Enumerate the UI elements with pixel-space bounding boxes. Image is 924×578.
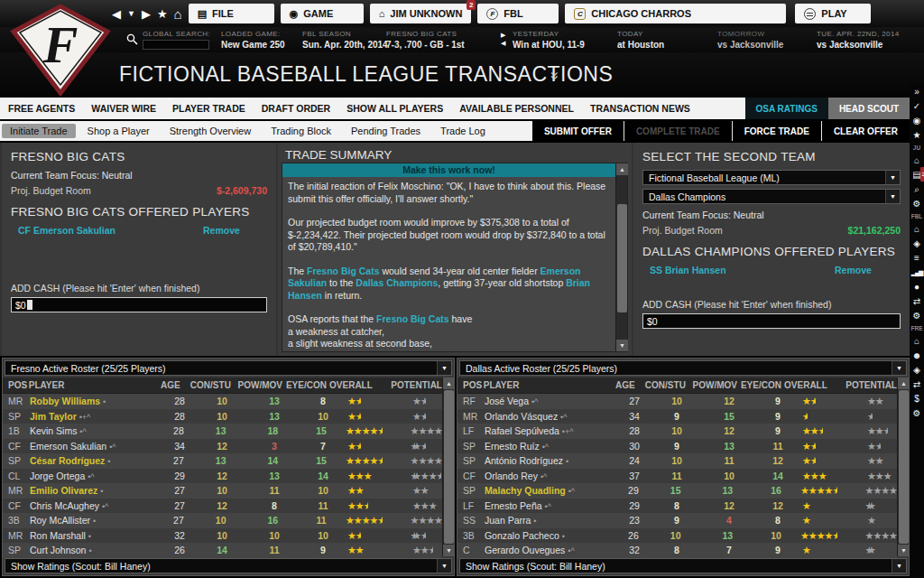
- summary-scrollbar[interactable]: ▲ ▼: [615, 163, 627, 351]
- osa-ratings-toggle[interactable]: OSA RATINGS: [745, 98, 828, 119]
- team-menu-button[interactable]: CCHICAGO CHARROS: [565, 4, 786, 23]
- scrollbar-thumb[interactable]: [444, 390, 454, 544]
- table-row[interactable]: CFOrlando Rey •^37111014★★★★★★: [457, 469, 897, 484]
- table-row[interactable]: MRRon Marshall •32101010★★★★: [3, 528, 442, 544]
- tools-icon[interactable]: ⚙: [913, 309, 921, 323]
- table-row[interactable]: LFRafael Sepúlveda •+^2810129★★★★★★: [457, 424, 897, 439]
- remove-player-link[interactable]: Remove: [203, 225, 240, 236]
- clear-offer-button[interactable]: CLEAR OFFER: [821, 121, 910, 141]
- show-ratings-select[interactable]: Show Ratings (Scout: Bill Haney)▼: [5, 558, 452, 573]
- check-icon[interactable]: ✓: [913, 99, 920, 114]
- table-row[interactable]: 1BKevin Sims •^28131815★★★★★★★★★★: [3, 424, 442, 439]
- table-row[interactable]: CFEmerson Sakulian •^341237★★★★: [3, 439, 442, 454]
- remove-player-link[interactable]: Remove: [835, 265, 872, 275]
- tab-available-personnel[interactable]: AVAILABLE PERSONNEL: [451, 103, 582, 114]
- home-icon[interactable]: ⌂: [914, 222, 919, 237]
- chevrons-down-icon[interactable]: »: [546, 71, 564, 79]
- table-row[interactable]: SPJim Taylor •+^28101310★★★★: [3, 409, 442, 424]
- table-row[interactable]: SSJuan Parra •23948★★: [457, 513, 897, 528]
- home-icon[interactable]: ⌂: [914, 154, 919, 168]
- tab-free-agents[interactable]: FREE AGENTS: [0, 103, 83, 114]
- home-icon[interactable]: ⌂: [914, 334, 919, 349]
- roster-select[interactable]: Dallas Active Roster (25/25 Players)▼: [459, 360, 907, 376]
- table-row[interactable]: 3BGonzalo Pacheco •26101310★★★★★★★★★★: [457, 528, 897, 544]
- subtab-shop-a-player[interactable]: Shop a Player: [79, 124, 158, 138]
- star-icon[interactable]: ★: [913, 128, 921, 143]
- scrollbar-thumb[interactable]: [899, 390, 909, 544]
- chevrons-right-icon[interactable]: »: [914, 85, 919, 99]
- show-ratings-select[interactable]: Show Ratings (Scout: Bill Haney)▼: [459, 558, 907, 573]
- league-menu-button[interactable]: FFBL: [477, 4, 559, 23]
- scroll-up-icon[interactable]: ▲: [443, 378, 455, 389]
- list-icon[interactable]: ≡: [914, 251, 919, 266]
- subtab-strength-overview[interactable]: Strength Overview: [162, 124, 259, 138]
- add-cash-input[interactable]: $0: [642, 313, 901, 329]
- home-icon[interactable]: ⌂: [174, 6, 182, 22]
- favorites-star-icon[interactable]: ★: [157, 7, 168, 21]
- submit-offer-button[interactable]: SUBMIT OFFER: [531, 121, 624, 141]
- stats-icon[interactable]: ▂▄▆: [911, 266, 923, 280]
- replay-arrows-icon[interactable]: ▶◀: [501, 31, 505, 47]
- scroll-down-icon[interactable]: ▼: [898, 545, 910, 556]
- subtab-trade-log[interactable]: Trade Log: [432, 124, 494, 138]
- file-menu-button[interactable]: ▤FILE: [189, 4, 274, 23]
- tab-waiver-wire[interactable]: WAIVER WIRE: [83, 103, 164, 114]
- forward-icon[interactable]: ▶: [142, 7, 151, 21]
- table-row[interactable]: MREmilio Olivarez •27101110★★★★: [3, 483, 442, 499]
- roster-scrollbar[interactable]: ▲▼: [442, 378, 454, 556]
- table-row[interactable]: SPAntónio Rodríguez •24101112★★★★: [457, 453, 897, 469]
- table-row[interactable]: MRRobby Williams •2810138★★★★: [3, 394, 442, 409]
- search-icon[interactable]: ⌕: [914, 182, 919, 197]
- play-button[interactable]: PLAY: [795, 4, 871, 23]
- manager-menu-button[interactable]: ⌂JIM UNKNOWN2: [370, 4, 472, 23]
- field-icon[interactable]: ◈: [913, 237, 920, 251]
- manager-icon[interactable]: ☻: [912, 349, 922, 363]
- head-scout-toggle[interactable]: HEAD SCOUT: [828, 98, 910, 119]
- scroll-down-icon[interactable]: ▼: [443, 545, 455, 556]
- force-trade-button[interactable]: FORCE TRADE: [732, 121, 821, 141]
- settings-icon[interactable]: ⚙: [913, 406, 921, 421]
- global-search-input[interactable]: [143, 40, 209, 50]
- table-row[interactable]: CFChris McAughey •^2712811★★★★★★: [3, 499, 442, 514]
- tab-show-all-players[interactable]: SHOW ALL PLAYERS: [338, 103, 451, 114]
- news-icon[interactable]: ▤2: [912, 168, 920, 182]
- game-menu-button[interactable]: ◉GAME: [281, 4, 364, 23]
- table-row[interactable]: MROrlando Vásquez •^349159★★: [457, 409, 897, 424]
- subtab-pending-trades[interactable]: Pending Trades: [343, 124, 429, 138]
- tab-transaction-news[interactable]: TRANSACTION NEWS: [582, 103, 698, 114]
- entity-link[interactable]: Fresno Big Cats: [307, 266, 380, 276]
- roster-scrollbar[interactable]: ▲▼: [897, 378, 909, 556]
- table-row[interactable]: 3BRoy McAllister •27101611★★★★★★★★★★: [3, 513, 442, 528]
- league-select[interactable]: Fictional Baseball League (ML)▼: [642, 170, 901, 185]
- baseball-icon[interactable]: ●: [914, 280, 919, 294]
- scroll-up-icon[interactable]: ▲: [898, 378, 910, 389]
- offered-player-link[interactable]: SS Brian Hansen: [650, 265, 726, 275]
- table-row[interactable]: SPMalachy Quadling •^29151316★★★★★★★★★★: [457, 483, 897, 499]
- table-row[interactable]: LFErnesto Peña •^2981212★★: [457, 499, 897, 514]
- scrollbar-thumb[interactable]: [617, 204, 627, 312]
- entity-link[interactable]: Dallas Champions: [356, 277, 438, 288]
- team-select[interactable]: Dallas Champions▼: [642, 189, 901, 204]
- table-row[interactable]: CLJorge Ortega •^29121314★★★★★★★: [3, 469, 442, 484]
- entity-link[interactable]: Fresno Big Cats: [376, 313, 449, 324]
- roster-select[interactable]: Fresno Active Roster (25/25 Players)▼: [5, 360, 452, 376]
- field-icon[interactable]: ◈: [913, 363, 920, 378]
- finance-icon[interactable]: $: [914, 392, 919, 406]
- scroll-down-icon[interactable]: ▼: [616, 340, 628, 351]
- add-cash-input[interactable]: $0: [11, 297, 267, 312]
- transactions-icon[interactable]: ⇄: [913, 378, 920, 392]
- scroll-up-icon[interactable]: ▲: [616, 163, 628, 175]
- tab-draft-order[interactable]: DRAFT ORDER: [254, 103, 338, 114]
- globe-icon[interactable]: ◉: [913, 114, 921, 128]
- subtab-trading-block[interactable]: Trading Block: [263, 124, 339, 138]
- offered-player-link[interactable]: CF Emerson Sakulian: [18, 225, 116, 236]
- complete-trade-button[interactable]: COMPLETE TRADE: [624, 121, 732, 141]
- table-row[interactable]: RFJosé Vega •^2710129★★★★: [457, 394, 897, 409]
- table-row[interactable]: SPCésar Rodríguez •27131415★★★★★★★★★★: [3, 453, 442, 469]
- dropdown-icon[interactable]: ▼: [127, 9, 135, 18]
- tab-player-trade[interactable]: PLAYER TRADE: [164, 103, 254, 114]
- table-row[interactable]: SPErnesto Ruíz •^3091311★★★★: [457, 439, 897, 454]
- subtab-initiate-trade[interactable]: Initiate Trade: [2, 124, 76, 138]
- transactions-icon[interactable]: ⇄: [913, 294, 920, 309]
- wrench-icon[interactable]: ⚙: [913, 197, 921, 211]
